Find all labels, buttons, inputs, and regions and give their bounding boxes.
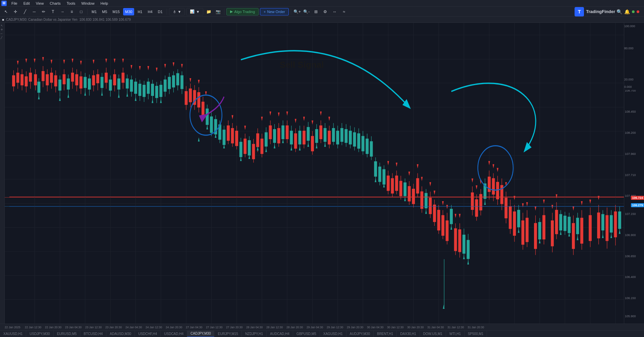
chart-tab-brenth1[interactable]: BRENT,H1 xyxy=(374,331,397,337)
svg-rect-113 xyxy=(412,189,415,204)
chart-tab-dowusm1[interactable]: DOW.US,M1 xyxy=(420,331,446,337)
chart-tab-nzdjpyh1[interactable]: NZDJPY,H1 xyxy=(242,331,267,337)
current-price-badge-blue: 106.279 xyxy=(631,203,644,207)
svg-rect-261 xyxy=(353,132,356,146)
svg-rect-271 xyxy=(374,162,377,176)
cursor-tool[interactable]: ↖ xyxy=(2,8,10,15)
tf-m1[interactable]: M1 xyxy=(90,8,99,15)
svg-marker-392 xyxy=(324,143,326,147)
time-label-0: 22 Jan 2025 xyxy=(5,326,20,329)
circle-2 xyxy=(478,146,513,190)
screenshot-btn[interactable]: 📷 xyxy=(214,8,222,15)
svg-rect-195 xyxy=(130,80,133,92)
svg-marker-364 xyxy=(573,207,574,211)
menu-file[interactable]: File xyxy=(9,1,20,6)
sep2 xyxy=(167,9,167,15)
shape-tool[interactable]: □ xyxy=(77,8,85,15)
search-icon[interactable]: 🔍 xyxy=(616,9,622,14)
menu-help[interactable]: Help xyxy=(98,1,111,6)
svg-marker-370 xyxy=(67,94,69,98)
menu-view[interactable]: View xyxy=(33,1,47,6)
time-label-4: 23 Jan 12:30 xyxy=(85,326,102,329)
arrow-tool[interactable]: → xyxy=(58,8,66,15)
svg-rect-65 xyxy=(189,89,192,102)
left-tool-1[interactable]: ↖ xyxy=(1,24,4,27)
grid-btn[interactable]: ⊞ xyxy=(312,8,320,15)
zoom-in-btn[interactable]: 🔍+ xyxy=(293,8,301,15)
svg-marker-338 xyxy=(328,117,330,121)
svg-rect-205 xyxy=(151,84,154,96)
svg-rect-291 xyxy=(538,222,541,239)
tf-m15[interactable]: M15 xyxy=(111,8,122,15)
svg-marker-347 xyxy=(446,205,448,209)
chart-tab-usdcadh4[interactable]: USDCAD,H4 xyxy=(161,331,187,337)
indicator-dropdown[interactable]: 📊▼ xyxy=(186,8,203,15)
ind-level-3: 20.000 xyxy=(624,78,634,81)
menu-edit[interactable]: Edit xyxy=(21,1,33,6)
tf-h4[interactable]: H4 xyxy=(146,8,154,15)
bearish-candles xyxy=(12,66,617,258)
chart-tab-usdjpym30[interactable]: USDJPY,M30 xyxy=(26,331,53,337)
chart-tab-xagusdh1[interactable]: XAGUSD,H1 xyxy=(320,331,346,337)
svg-rect-173 xyxy=(606,215,608,241)
svg-marker-388 xyxy=(290,146,292,151)
chart-tab-audcadh4[interactable]: AUDCAD,H4 xyxy=(267,331,293,337)
svg-rect-75 xyxy=(231,128,234,143)
svg-rect-127 xyxy=(446,221,448,241)
chart-tab-gbpusdm5[interactable]: GBPUSD,M5 xyxy=(293,331,320,337)
text-tool[interactable]: T xyxy=(49,8,57,15)
chart-tab-btcusdh4[interactable]: BTCUSD,H4 xyxy=(80,331,107,337)
chart-tab-usdchfh4[interactable]: USDCHF,H4 xyxy=(135,331,161,337)
new-order-btn[interactable]: + New Order xyxy=(260,8,289,15)
time-label-13: 28 Jan 12:30 xyxy=(266,326,283,329)
svg-rect-49 xyxy=(75,74,78,85)
algo-trading-btn[interactable]: ▶ Algo Trading xyxy=(226,8,259,15)
time-label-17: 29 Jan 20:30 xyxy=(347,326,363,329)
svg-marker-308 xyxy=(34,59,36,63)
svg-marker-391 xyxy=(316,144,317,149)
chart-tab-adausdm30[interactable]: ADAUSD,M30 xyxy=(106,331,135,337)
chart-canvas[interactable]: Sell Signal xyxy=(5,23,644,324)
svg-rect-231 xyxy=(239,142,242,157)
menu-charts[interactable]: Charts xyxy=(47,1,63,6)
svg-rect-257 xyxy=(345,129,347,143)
svg-rect-275 xyxy=(383,169,385,184)
tf-m30[interactable]: M30 xyxy=(123,8,134,15)
pencil-tool[interactable]: ✏ xyxy=(40,8,48,15)
chart-tab-dax30h1[interactable]: DAX30,H1 xyxy=(397,331,420,337)
chart-tab-cadjpym30[interactable]: CADJPY,M30 xyxy=(187,331,214,337)
svg-rect-301 xyxy=(601,214,604,230)
fib-tool[interactable]: ≡ xyxy=(68,8,76,15)
left-tool-4[interactable]: ╱ xyxy=(1,36,4,40)
scroll-btn[interactable]: ↔ xyxy=(331,8,339,15)
left-tool-2[interactable]: ✛ xyxy=(1,28,4,32)
chart-tab-audjpym30[interactable]: AUDJPY,M30 xyxy=(346,331,374,337)
svg-rect-77 xyxy=(235,131,238,146)
svg-rect-33 xyxy=(29,73,32,81)
crosshair-tool[interactable]: ✛ xyxy=(11,8,19,15)
zoom-out-btn[interactable]: 🔍- xyxy=(303,8,311,15)
ind-level-2: 80.000 xyxy=(624,47,634,50)
line-tool[interactable]: ╱ xyxy=(21,8,29,15)
svg-rect-115 xyxy=(416,178,419,193)
chart-type-dropdown[interactable]: 🕯▼ xyxy=(169,8,185,15)
svg-rect-143 xyxy=(496,182,499,199)
price-level-12: 106.650 xyxy=(625,255,636,258)
menu-window[interactable]: Window xyxy=(78,1,97,6)
template-btn[interactable]: 📁 xyxy=(205,8,213,15)
dash-tool[interactable]: ─ xyxy=(30,8,38,15)
chart-tab-xauusdh1[interactable]: XAUUSD,H1 xyxy=(0,331,26,337)
tf-d1[interactable]: D1 xyxy=(156,8,165,15)
menu-tools[interactable]: Tools xyxy=(64,1,78,6)
chart-tab-eurjpym15[interactable]: EURJPY,M15 xyxy=(214,331,241,337)
alert-icon[interactable]: 🔔 xyxy=(624,9,630,14)
chart-tab-eurusdm5[interactable]: EURUSD,M5 xyxy=(54,331,80,337)
chart-tab-wtih1[interactable]: WTI,H1 xyxy=(446,331,465,337)
tf-h1[interactable]: H1 xyxy=(136,8,144,15)
left-tool-3[interactable]: ─ xyxy=(1,32,4,36)
tf-m5[interactable]: M5 xyxy=(100,8,109,15)
vol-btn[interactable]: ≈ xyxy=(340,8,348,15)
svg-rect-243 xyxy=(299,131,301,144)
chart-tab-sp500m1[interactable]: SP500,M1 xyxy=(465,331,487,337)
settings-btn[interactable]: ⚙ xyxy=(321,8,329,15)
